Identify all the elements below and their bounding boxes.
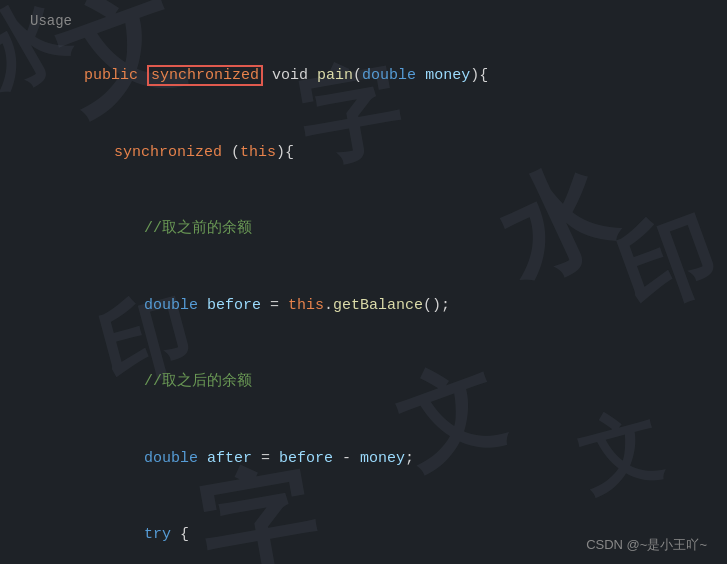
method-name: pain: [317, 67, 353, 84]
param-name: money: [425, 67, 470, 84]
before-assignment-line: double before = this.getBalance();: [30, 267, 707, 344]
method-signature-line: public synchronized void pain(double mon…: [30, 38, 707, 115]
method-close-brace: ){: [470, 67, 488, 84]
try-brace: {: [171, 526, 189, 543]
comment-after-line: //取之后的余额: [30, 344, 707, 421]
comment-after: //取之后的余额: [144, 373, 252, 390]
keyword-public: public: [84, 67, 147, 84]
code-block: Usage public synchronized void pain(doub…: [0, 0, 727, 564]
before-ref: before: [279, 450, 333, 467]
semicolon-1: ;: [405, 450, 414, 467]
void-keyword: void: [263, 67, 317, 84]
after-var: after: [207, 450, 252, 467]
money-ref: money: [360, 450, 405, 467]
code-editor: 文 字 水 印 文 字 水 印 文 Usage public synchroni…: [0, 0, 727, 564]
this-keyword-1: this: [288, 297, 324, 314]
before-var: before: [207, 297, 261, 314]
comment-before-line: //取之前的余额: [30, 191, 707, 268]
eq-1: =: [261, 297, 288, 314]
keyword-this: this: [240, 144, 276, 161]
synchronized-line: synchronized (this){: [30, 114, 707, 191]
comment-before: //取之前的余额: [144, 220, 252, 237]
after-assignment-line: double after = before - money;: [30, 420, 707, 497]
paren-open: (: [353, 67, 362, 84]
double-keyword-1: double: [144, 297, 207, 314]
csdn-watermark: CSDN @~是小王吖~: [586, 536, 707, 554]
minus: -: [333, 450, 360, 467]
sync-brace: ){: [276, 144, 294, 161]
getbalance-call: ();: [423, 297, 450, 314]
usage-line: Usage: [30, 10, 707, 34]
this-paren: (: [231, 144, 240, 161]
try-keyword: try: [144, 526, 171, 543]
getbalance-method: getBalance: [333, 297, 423, 314]
keyword-synchronized: synchronized: [114, 144, 231, 161]
eq-2: =: [252, 450, 279, 467]
double-keyword-2: double: [144, 450, 207, 467]
param-type: double: [362, 67, 425, 84]
dot-1: .: [324, 297, 333, 314]
keyword-synchronized-highlighted: synchronized: [147, 65, 263, 86]
